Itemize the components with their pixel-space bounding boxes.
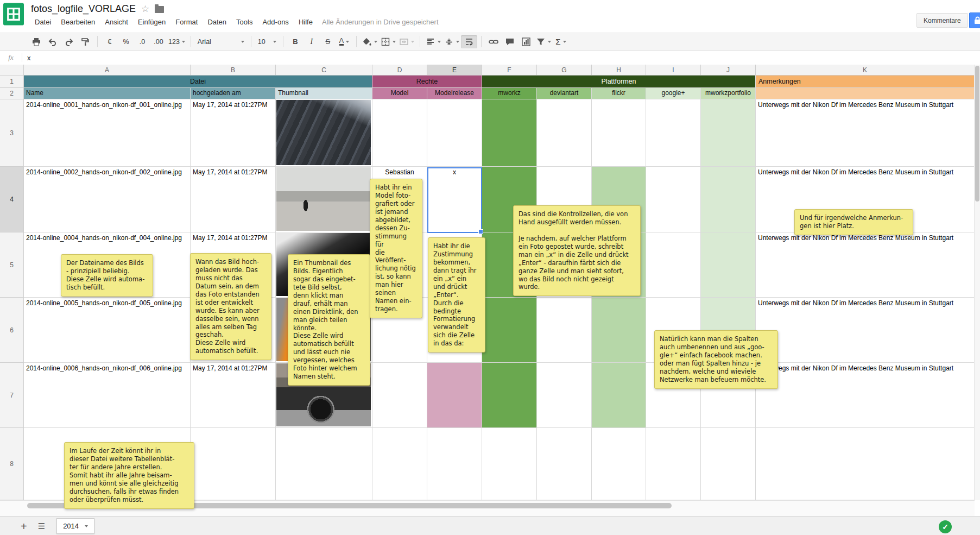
cell-model-row3[interactable] xyxy=(372,99,427,167)
cell-d8[interactable] xyxy=(372,428,427,500)
group-header-rechte[interactable]: Rechte xyxy=(372,75,482,88)
field-header-mworkz[interactable]: mworkz xyxy=(482,88,537,99)
cell-name-row4[interactable]: 2014-online_0002_hands-on_nikon-df_002_o… xyxy=(24,167,191,232)
cell-name-row3[interactable]: 2014-online_0001_hands-on_nikon-df_001_o… xyxy=(24,99,191,167)
menu-hilfe[interactable]: Hilfe xyxy=(294,16,318,28)
cell-h8[interactable] xyxy=(592,428,646,500)
cell-flickr-row3[interactable] xyxy=(592,99,646,167)
sheet-tab-2014[interactable]: 2014 xyxy=(56,518,94,534)
menu-datei[interactable]: Datei xyxy=(30,16,56,28)
cell-deviantart-row3[interactable] xyxy=(537,99,592,167)
field-header-hochgeladen[interactable]: hochgeladen am xyxy=(191,88,276,99)
cell-b8[interactable] xyxy=(191,428,276,500)
text-color-button[interactable]: A xyxy=(336,35,352,48)
note-model[interactable]: Habt ihr ein Model foto- grafiert oder i… xyxy=(370,179,422,318)
field-header-mworkzportfolio[interactable]: mworkzportfolio xyxy=(701,88,756,99)
redo-button[interactable] xyxy=(61,35,77,48)
fill-handle[interactable] xyxy=(478,229,483,234)
menu-bearbeiten[interactable]: Bearbeiten xyxy=(56,16,100,28)
field-header-name[interactable]: Name xyxy=(24,88,191,99)
col-header-g[interactable]: G xyxy=(537,65,592,75)
row-header-5[interactable]: 5 xyxy=(0,232,24,298)
cell-release-row4-selected[interactable]: x xyxy=(427,167,482,232)
star-icon[interactable]: ☆ xyxy=(141,3,149,15)
menu-addons[interactable]: Add-ons xyxy=(257,16,293,28)
photo-thumbnail-stairs[interactable] xyxy=(276,100,371,165)
cell-model-row7[interactable] xyxy=(372,363,427,428)
cell-portfolio-row3[interactable] xyxy=(701,99,756,167)
cell-portfolio-row5[interactable] xyxy=(701,232,756,298)
cell-release-row7-highlighted[interactable] xyxy=(427,363,482,428)
merge-cells-button[interactable] xyxy=(397,35,416,48)
comments-button[interactable]: Kommentare xyxy=(916,13,968,28)
strikethrough-button[interactable]: S xyxy=(320,35,336,48)
cell-deviantart-row6[interactable] xyxy=(537,298,592,363)
col-header-c[interactable]: C xyxy=(276,65,372,75)
cell-flickr-row7[interactable] xyxy=(592,363,646,428)
functions-button[interactable]: Σ xyxy=(553,35,569,48)
cell-k8[interactable] xyxy=(756,428,975,500)
cell-c8[interactable] xyxy=(276,428,372,500)
row-header-4[interactable]: 4 xyxy=(0,167,24,232)
note-jahre[interactable]: Im Laufe der Zeit könnt ihr in dieser Da… xyxy=(64,442,194,509)
horizontal-align-button[interactable] xyxy=(424,35,442,48)
cell-mworkz-row7[interactable] xyxy=(482,363,537,428)
row-header-2[interactable]: 2 xyxy=(0,88,24,99)
print-button[interactable] xyxy=(28,35,45,48)
vertical-scroll-thumb[interactable] xyxy=(975,66,979,202)
decrease-decimals-button[interactable]: .0 xyxy=(134,35,150,48)
cell-k2[interactable] xyxy=(756,88,975,99)
field-header-model[interactable]: Model xyxy=(372,88,427,99)
filter-button[interactable] xyxy=(534,35,553,48)
italic-button[interactable]: I xyxy=(304,35,320,48)
note-modelrelease[interactable]: Habt ihr die Zustimmung bekommen, dann t… xyxy=(428,237,485,353)
group-header-plattformen[interactable]: Plattformen xyxy=(482,75,756,88)
document-title[interactable]: fotos_logfile_VORLAGE xyxy=(31,3,136,15)
font-family-select[interactable]: Arial xyxy=(195,35,247,48)
undo-button[interactable] xyxy=(45,35,61,48)
col-header-k[interactable]: K xyxy=(756,65,975,75)
all-sheets-menu-icon[interactable]: ☰ xyxy=(38,521,45,531)
note-uploaded[interactable]: Wann das Bild hoch- geladen wurde. Das m… xyxy=(190,253,271,360)
share-lock-button[interactable] xyxy=(969,12,980,28)
note-spalten[interactable]: Natürlich kann man die Spalten auch umbe… xyxy=(654,330,778,389)
col-header-e[interactable]: E xyxy=(427,65,482,75)
cell-uploaded-row7[interactable]: May 17, 2014 at 01:27PM xyxy=(191,363,276,428)
row-header-3[interactable]: 3 xyxy=(0,99,24,167)
row-header-7[interactable]: 7 xyxy=(0,363,24,428)
menu-daten[interactable]: Daten xyxy=(203,16,231,28)
cell-g8[interactable] xyxy=(537,428,592,500)
cell-googleplus-row4[interactable] xyxy=(646,167,701,232)
insert-chart-button[interactable] xyxy=(518,35,534,48)
col-header-f[interactable]: F xyxy=(482,65,537,75)
insert-comment-button[interactable] xyxy=(502,35,518,48)
cell-portfolio-row4[interactable] xyxy=(701,167,756,232)
grid-corner[interactable] xyxy=(0,65,24,75)
cell-anmerkung-row3[interactable]: Unterwegs mit der Nikon Df im Mercedes B… xyxy=(756,99,975,167)
cell-release-row3[interactable] xyxy=(427,99,482,167)
cell-uploaded-row3[interactable]: May 17, 2014 at 01:27PM xyxy=(191,99,276,167)
photo-thumbnail-plaza[interactable] xyxy=(276,167,371,231)
cell-googleplus-row3[interactable] xyxy=(646,99,701,167)
cell-anmerkung-row6[interactable]: Unterwegs mit der Nikon Df im Mercedes B… xyxy=(756,298,975,363)
menu-tools[interactable]: Tools xyxy=(231,16,257,28)
col-header-a[interactable]: A xyxy=(24,65,191,75)
formula-input[interactable]: x xyxy=(22,54,980,62)
cell-flickr-row6[interactable] xyxy=(592,298,646,363)
row-header-1[interactable]: 1 xyxy=(0,75,24,88)
note-filename[interactable]: Der Dateiname des Bilds - prinzipiell be… xyxy=(61,254,153,297)
field-header-googleplus[interactable]: google+ xyxy=(646,88,701,99)
cell-name-row7[interactable]: 2014-online_0006_hands-on_nikon-df_006_o… xyxy=(24,363,191,428)
field-header-modelrelease[interactable]: Modelrelease xyxy=(427,88,482,99)
note-kontrollzellen[interactable]: Das sind die Kontrollzellen, die von Han… xyxy=(513,205,641,296)
note-thumbnail[interactable]: Ein Thumbnail des Bilds. Eigentlich soga… xyxy=(288,254,370,386)
group-header-datei[interactable]: Datei xyxy=(24,75,372,88)
add-sheet-button[interactable]: + xyxy=(21,521,27,532)
increase-decimals-button[interactable]: .00 xyxy=(150,35,167,48)
cell-anmerkung-row5[interactable]: Unterwegs mit der Nikon Df im Mercedes B… xyxy=(756,232,975,298)
cell-e8[interactable] xyxy=(427,428,482,500)
row-header-6[interactable]: 6 xyxy=(0,298,24,363)
cell-j8[interactable] xyxy=(701,428,756,500)
borders-button[interactable] xyxy=(379,35,397,48)
paint-format-button[interactable] xyxy=(77,35,93,48)
